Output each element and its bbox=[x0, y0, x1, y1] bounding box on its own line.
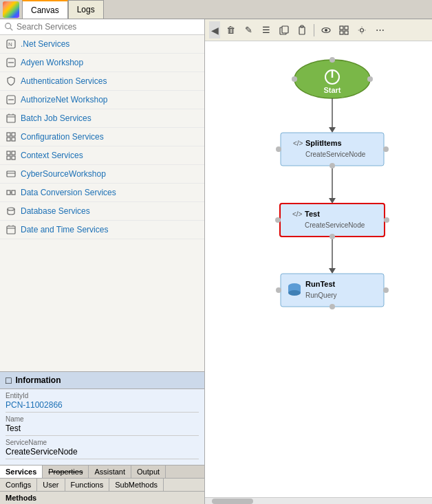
svg-marker-58 bbox=[329, 198, 336, 204]
service-label: Batch Job Services bbox=[21, 113, 91, 123]
svg-point-0 bbox=[6, 23, 11, 29]
svg-point-45 bbox=[330, 57, 335, 63]
authnet-icon bbox=[6, 94, 17, 105]
entity-id-label: EntityId bbox=[6, 392, 199, 399]
list-item[interactable]: Batch Job Services bbox=[0, 109, 204, 128]
svg-rect-39 bbox=[345, 31, 348, 34]
list-item[interactable]: Adyen Workshop bbox=[0, 54, 204, 72]
tab-logs[interactable]: Logs bbox=[68, 0, 104, 19]
canvas-toolbar: ◀ 🗑 ✎ ☰ ⋯ bbox=[205, 19, 432, 41]
batch-icon bbox=[6, 113, 17, 124]
service-label: Context Services bbox=[21, 151, 83, 160]
svg-rect-12 bbox=[7, 133, 10, 136]
svg-marker-49 bbox=[329, 127, 336, 133]
database-icon bbox=[6, 206, 17, 217]
svg-rect-59 bbox=[280, 204, 385, 237]
copy-button[interactable] bbox=[277, 23, 292, 38]
settings-button[interactable] bbox=[354, 23, 369, 38]
service-name-value: CreateServiceNode bbox=[6, 447, 199, 459]
svg-rect-14 bbox=[7, 138, 10, 141]
canvas-area[interactable]: Start </> SplitItems CreateServiceNode bbox=[205, 41, 432, 497]
dotnet-icon: N bbox=[6, 39, 17, 50]
list-item[interactable]: CyberSourceWorkshop bbox=[0, 165, 204, 184]
svg-line-1 bbox=[10, 28, 13, 31]
svg-rect-32 bbox=[299, 27, 305, 34]
svg-rect-20 bbox=[7, 171, 15, 177]
list-item[interactable]: Data Conversion Services bbox=[0, 184, 204, 202]
svg-text:RunTest: RunTest bbox=[305, 280, 336, 288]
list-item[interactable]: N .Net Services bbox=[0, 35, 204, 54]
search-input[interactable] bbox=[17, 22, 200, 32]
list-item[interactable]: AuthorizeNet Workshop bbox=[0, 91, 204, 109]
info-header[interactable]: □ Information bbox=[0, 372, 204, 389]
bottom-tabs-row2: Configs User Functions SubMethods bbox=[0, 478, 204, 491]
search-icon bbox=[4, 22, 14, 32]
service-label: AuthorizeNet Workshop bbox=[21, 95, 108, 105]
svg-rect-23 bbox=[12, 190, 15, 195]
tab-user[interactable]: User bbox=[37, 479, 65, 491]
service-label: CyberSourceWorkshop bbox=[21, 169, 106, 179]
tab-services[interactable]: Services bbox=[0, 465, 43, 478]
svg-rect-17 bbox=[12, 151, 15, 155]
list-item[interactable]: Context Services bbox=[0, 146, 204, 165]
svg-text:N: N bbox=[8, 41, 12, 47]
svg-point-25 bbox=[8, 208, 14, 210]
tab-canvas[interactable]: Canvas bbox=[22, 0, 68, 19]
main-layout: N .Net Services Adyen Workshop Authentic… bbox=[0, 19, 432, 504]
svg-rect-19 bbox=[12, 156, 15, 160]
entity-id-value: PCN-11002866 bbox=[6, 400, 199, 413]
list-item[interactable]: Date and Time Services bbox=[0, 221, 204, 239]
edit-button[interactable]: ✎ bbox=[241, 23, 256, 38]
services-list: N .Net Services Adyen Workshop Authentic… bbox=[0, 35, 204, 371]
tab-functions[interactable]: Functions bbox=[65, 479, 110, 491]
list-button[interactable]: ☰ bbox=[259, 23, 274, 38]
eye-button[interactable] bbox=[318, 23, 334, 38]
top-tab-bar: Canvas Logs bbox=[0, 0, 432, 19]
svg-point-65 bbox=[330, 234, 335, 239]
svg-point-74 bbox=[276, 287, 281, 293]
service-name-field: ServiceName CreateServiceNode bbox=[6, 439, 199, 459]
search-box bbox=[0, 19, 204, 35]
paste-button[interactable] bbox=[294, 23, 310, 38]
svg-point-75 bbox=[383, 287, 389, 293]
tab-properties[interactable]: Properties bbox=[43, 465, 89, 478]
toolbar-separator bbox=[314, 24, 314, 36]
svg-text:SplitItems: SplitItems bbox=[305, 139, 342, 147]
list-item[interactable]: Database Services bbox=[0, 202, 204, 221]
entity-id-field: EntityId PCN-11002866 bbox=[6, 392, 199, 413]
list-item[interactable]: Authentication Services bbox=[0, 72, 204, 91]
name-value: Test bbox=[6, 424, 199, 436]
svg-rect-36 bbox=[340, 26, 343, 30]
svg-point-46 bbox=[367, 76, 373, 82]
collapse-left-button[interactable]: ◀ bbox=[209, 21, 220, 39]
svg-rect-38 bbox=[340, 31, 343, 34]
config-icon bbox=[6, 131, 17, 142]
scrollbar-thumb[interactable] bbox=[212, 498, 253, 504]
tab-configs[interactable]: Configs bbox=[0, 479, 37, 491]
service-label: Configuration Services bbox=[21, 132, 104, 142]
flow-diagram: Start </> SplitItems CreateServiceNode bbox=[226, 48, 432, 378]
svg-text:CreateServiceNode: CreateServiceNode bbox=[305, 151, 366, 158]
svg-rect-31 bbox=[282, 26, 288, 33]
methods-bar: Methods bbox=[0, 491, 204, 504]
svg-point-76 bbox=[330, 304, 335, 309]
svg-point-71 bbox=[288, 290, 301, 296]
svg-text:CreateServiceNode: CreateServiceNode bbox=[305, 221, 365, 229]
service-label: Authentication Services bbox=[21, 76, 107, 86]
svg-point-56 bbox=[330, 163, 335, 168]
svg-text:</>: </> bbox=[293, 140, 303, 147]
svg-rect-18 bbox=[7, 156, 10, 160]
grid-button[interactable] bbox=[336, 23, 352, 38]
svg-rect-22 bbox=[7, 190, 10, 195]
tab-output[interactable]: Output bbox=[131, 465, 166, 478]
list-item[interactable]: Configuration Services bbox=[0, 128, 204, 146]
svg-rect-15 bbox=[12, 138, 15, 141]
cybersource-icon bbox=[6, 168, 17, 179]
svg-text:Start: Start bbox=[323, 86, 341, 94]
info-fields: EntityId PCN-11002866 Name Test ServiceN… bbox=[0, 389, 204, 465]
canvas-horizontal-scrollbar[interactable] bbox=[205, 497, 432, 504]
delete-button[interactable]: 🗑 bbox=[223, 23, 238, 38]
more-button[interactable]: ⋯ bbox=[372, 23, 387, 38]
tab-submethods[interactable]: SubMethods bbox=[109, 479, 164, 491]
tab-assistant[interactable]: Assistant bbox=[89, 465, 131, 478]
